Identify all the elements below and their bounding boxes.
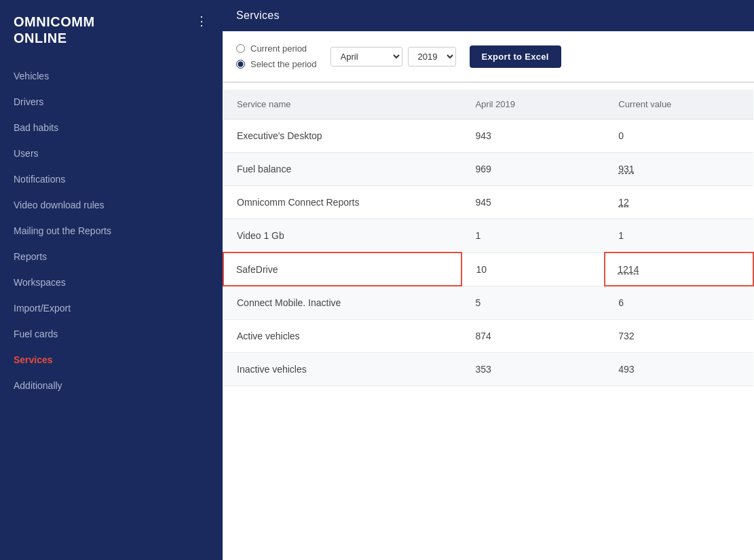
sidebar-item-notifications[interactable]: Notifications (0, 166, 223, 192)
cell-current-value: 493 (605, 353, 753, 386)
sidebar-item-fuel-cards[interactable]: Fuel cards (0, 321, 223, 347)
sidebar-item-vehicles[interactable]: Vehicles (0, 63, 223, 89)
menu-icon[interactable]: ⋮ (195, 14, 209, 29)
table-row: SafeDrive101214 (223, 253, 753, 286)
cell-current-value[interactable]: 1214 (605, 253, 753, 286)
sidebar-item-mailing[interactable]: Mailing out the Reports (0, 218, 223, 244)
sidebar-item-import-export[interactable]: Import/Export (0, 295, 223, 321)
cell-current-value: 732 (605, 320, 753, 353)
cell-current-value[interactable]: 12 (605, 186, 753, 219)
cell-period-value: 943 (461, 119, 605, 153)
cell-period-value: 874 (461, 320, 605, 353)
sidebar-item-workspaces[interactable]: Workspaces (0, 269, 223, 295)
sidebar-item-video-download[interactable]: Video download rules (0, 192, 223, 218)
table-row: Active vehicles874732 (223, 320, 753, 353)
export-button[interactable]: Export to Excel (470, 45, 561, 68)
page-header: Services (223, 0, 754, 31)
cell-period-value: 353 (461, 353, 605, 386)
year-select[interactable]: 20172018201920202021 (408, 47, 456, 67)
current-period-label: Current period (250, 43, 307, 54)
cell-service-name: Omnicomm Connect Reports (223, 186, 461, 219)
sidebar-item-services[interactable]: Services (0, 347, 223, 373)
col-header-name: Service name (223, 90, 461, 119)
services-table: Service name April 2019 Current value Ex… (223, 90, 754, 386)
table-header-row: Service name April 2019 Current value (223, 90, 753, 119)
cell-period-value: 945 (461, 186, 605, 219)
cell-service-name: SafeDrive (223, 253, 461, 286)
col-header-current: Current value (605, 90, 753, 119)
select-period-label: Select the period (250, 59, 317, 69)
cell-current-value: 6 (605, 286, 753, 320)
sidebar: OMNICOMM ONLINE ⋮ VehiclesDriversBad hab… (0, 0, 223, 560)
current-period-radio[interactable] (236, 44, 245, 53)
month-select[interactable]: JanuaryFebruaryMarchAprilMayJuneJulyAugu… (331, 47, 402, 67)
app-logo: OMNICOMM ONLINE (14, 14, 95, 46)
cell-current-value: 0 (605, 119, 753, 153)
cell-period-value: 10 (461, 253, 605, 286)
period-radio-group: Current period Select the period (236, 43, 317, 69)
cell-service-name: Fuel balance (223, 153, 461, 186)
select-period-radio[interactable] (236, 60, 245, 69)
sidebar-nav: VehiclesDriversBad habitsUsersNotificati… (0, 56, 223, 405)
sidebar-header: OMNICOMM ONLINE ⋮ (0, 0, 223, 56)
sidebar-item-additionally[interactable]: Additionally (0, 373, 223, 398)
cell-service-name: Inactive vehicles (223, 353, 461, 386)
cell-service-name: Executive's Desktop (223, 119, 461, 153)
sidebar-item-reports[interactable]: Reports (0, 244, 223, 269)
col-header-period: April 2019 (461, 90, 605, 119)
controls-bar: Current period Select the period January… (223, 31, 754, 83)
sidebar-item-bad-habits[interactable]: Bad habits (0, 115, 223, 141)
table-row: Inactive vehicles353493 (223, 353, 753, 386)
table-row: Connect Mobile. Inactive56 (223, 286, 753, 320)
main-content: Services Current period Select the perio… (223, 0, 754, 560)
cell-period-value: 5 (461, 286, 605, 320)
cell-period-value: 1 (461, 219, 605, 253)
select-period-option[interactable]: Select the period (236, 59, 317, 69)
cell-current-value: 1 (605, 219, 753, 253)
cell-service-name: Video 1 Gb (223, 219, 461, 253)
current-period-option[interactable]: Current period (236, 43, 317, 54)
cell-service-name: Active vehicles (223, 320, 461, 353)
page-title: Services (236, 10, 280, 21)
period-selectors: JanuaryFebruaryMarchAprilMayJuneJulyAugu… (331, 47, 456, 67)
cell-current-value[interactable]: 931 (605, 153, 753, 186)
sidebar-item-drivers[interactable]: Drivers (0, 89, 223, 115)
table-row: Fuel balance969931 (223, 153, 753, 186)
cell-period-value: 969 (461, 153, 605, 186)
table-row: Executive's Desktop9430 (223, 119, 753, 153)
sidebar-item-users[interactable]: Users (0, 141, 223, 166)
table-row: Omnicomm Connect Reports94512 (223, 186, 753, 219)
cell-service-name: Connect Mobile. Inactive (223, 286, 461, 320)
table-row: Video 1 Gb11 (223, 219, 753, 253)
